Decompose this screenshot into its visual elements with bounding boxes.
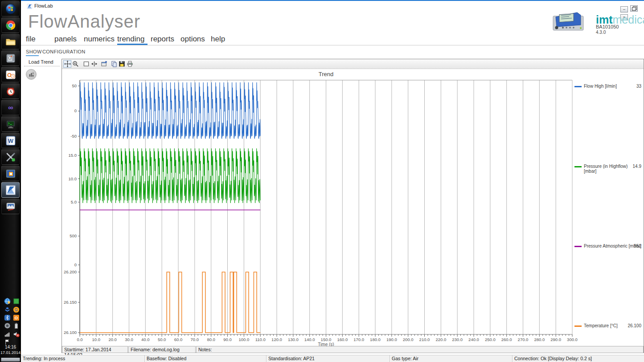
- legend-item-temperature[interactable]: Temperature [°C] 26.100: [574, 323, 641, 329]
- taskbar-item-explorer[interactable]: [1, 34, 20, 49]
- chart-properties-button[interactable]: [100, 60, 108, 68]
- menu-help[interactable]: help: [211, 35, 225, 44]
- app-version: 4.3.0: [596, 30, 606, 35]
- load-trend-button[interactable]: [26, 69, 37, 80]
- legend-value-flow-high: 33: [636, 84, 641, 89]
- tray-orange-app-icon[interactable]: O: [12, 314, 20, 321]
- svg-text:120.0: 120.0: [271, 337, 282, 342]
- svg-text:40.0: 40.0: [141, 337, 150, 342]
- svg-text:15.0: 15.0: [69, 153, 77, 158]
- taskbar-clock-date[interactable]: 17.01.2014: [0, 350, 21, 355]
- tab-configuration[interactable]: CONFIGURATION: [42, 49, 86, 54]
- save-chart-button[interactable]: [118, 60, 126, 68]
- menu-options[interactable]: options: [180, 35, 205, 44]
- menu-file[interactable]: file: [26, 35, 36, 44]
- legend-dash-pressure-atmospheric: [574, 246, 582, 247]
- tray-green-indicator-icon[interactable]: [12, 297, 20, 305]
- tray-muted-speaker-icon[interactable]: [12, 330, 20, 338]
- status-baseflow: Baseflow: Disabled: [145, 355, 267, 362]
- taskbar-item-flowlab[interactable]: [1, 182, 20, 198]
- copy-chart-button[interactable]: [110, 60, 118, 68]
- svg-text:26.200: 26.200: [64, 269, 77, 274]
- load-trend-label: Load Trend: [29, 59, 53, 65]
- svg-text:200.0: 200.0: [403, 337, 414, 342]
- tray-battery-icon[interactable]: [12, 322, 20, 329]
- svg-text:210.0: 210.0: [419, 337, 430, 342]
- folder-icon: [5, 37, 16, 47]
- restore-button[interactable]: [630, 5, 638, 12]
- menu-panels[interactable]: panels: [54, 35, 77, 44]
- safe-icon: [5, 53, 16, 64]
- tools-icon: [5, 152, 16, 163]
- starttime-field: Starttime: 17.Jan.2014 14:15:02: [62, 346, 128, 353]
- svg-text:70.0: 70.0: [191, 337, 199, 342]
- notes-field[interactable]: Notes:: [196, 346, 644, 353]
- taskbar-item-outlook[interactable]: O: [1, 67, 20, 82]
- menu-numerics[interactable]: numerics: [84, 35, 115, 44]
- tray-volume-icon[interactable]: [4, 322, 11, 329]
- taskbar-item-image-viewer[interactable]: [1, 199, 20, 214]
- tray-updater-icon[interactable]: [12, 306, 20, 313]
- legend-value-pressure-highflow: 14.9: [633, 164, 641, 169]
- tray-dropbox-icon[interactable]: [4, 306, 11, 313]
- show-desktop-button[interactable]: [1, 358, 20, 362]
- zoom-tool-button[interactable]: [71, 60, 79, 68]
- word-icon: W: [5, 135, 16, 146]
- flowlab-window: FlowLab – × FlowAnalyser imtmedical BA10…: [21, 0, 644, 362]
- start-button[interactable]: [1, 1, 20, 16]
- device-photo: [551, 8, 587, 31]
- trend-chart-canvas[interactable]: 0.010.020.030.040.050.060.070.080.090.01…: [62, 69, 644, 346]
- tray-network-globe-icon[interactable]: [4, 297, 11, 305]
- taskbar-item-visual-studio[interactable]: ∞: [1, 100, 20, 115]
- svg-text:5.0: 5.0: [71, 199, 77, 204]
- legend-item-flow-high[interactable]: Flow High [l/min] 33: [574, 84, 641, 89]
- taskbar-item-vmware[interactable]: [1, 166, 20, 181]
- chart-toolbar: [62, 59, 644, 69]
- tray-bluetooth-icon[interactable]: [4, 314, 11, 321]
- svg-text:0: 0: [74, 108, 77, 113]
- image-viewer-icon: [5, 201, 16, 212]
- svg-text:290.0: 290.0: [550, 337, 561, 342]
- svg-text:230.0: 230.0: [452, 337, 463, 342]
- taskbar-item-chrome[interactable]: [1, 17, 20, 33]
- zoom-box-tool-button[interactable]: [82, 60, 90, 68]
- menu-reports[interactable]: reports: [151, 35, 174, 44]
- legend-value-pressure-atmospheric: 952: [634, 244, 641, 248]
- taskbar-item-word[interactable]: W: [1, 133, 20, 148]
- taskbar-item-alarm[interactable]: [1, 83, 20, 99]
- svg-text:220.0: 220.0: [435, 337, 446, 342]
- menu-trending[interactable]: trending: [117, 35, 144, 44]
- data-cursor-tool-button[interactable]: [90, 60, 98, 68]
- filename-field: Filename: demoLog.log: [128, 346, 196, 353]
- pan-tool-button[interactable]: [63, 60, 71, 68]
- taskbar-item-tools[interactable]: [1, 149, 20, 165]
- svg-text:∞: ∞: [8, 104, 13, 111]
- status-trending: Trending: In process: [21, 355, 145, 362]
- legend-item-pressure-highflow[interactable]: Pressure (in Highflow) [mbar] 14.9: [574, 164, 641, 170]
- legend-label-pressure-atmospheric: Pressure Atmospheric [mbar]: [584, 244, 641, 248]
- tab-show[interactable]: SHOW: [26, 49, 42, 54]
- svg-text:260.0: 260.0: [501, 337, 512, 342]
- svg-text:300.0: 300.0: [567, 337, 578, 342]
- start-orb-icon: [5, 4, 16, 14]
- taskbar-item-safe[interactable]: [1, 50, 20, 66]
- legend-item-pressure-atmospheric[interactable]: Pressure Atmospheric [mbar] 952: [574, 244, 641, 249]
- svg-text:O: O: [7, 72, 11, 78]
- legend-label-temperature: Temperature [°C]: [584, 323, 618, 328]
- legend-label-flow-high: Flow High [l/min]: [584, 84, 617, 89]
- print-chart-button[interactable]: [126, 60, 134, 68]
- terminal-monitor-icon: [5, 119, 16, 130]
- svg-text:500: 500: [70, 233, 77, 238]
- taskbar: O ∞ W O 14:16 17.01.2014: [0, 0, 21, 362]
- status-gas-type: Gas type: Air: [390, 355, 513, 362]
- status-connection: Connection: Ok [Display Delay: 0.2 s]: [513, 355, 644, 362]
- tray-signal-bars-icon[interactable]: [4, 330, 11, 338]
- minimize-button[interactable]: –: [620, 6, 628, 12]
- chrome-icon: [5, 20, 16, 31]
- taskbar-clock-time[interactable]: 14:16: [0, 345, 21, 350]
- legend-dash-pressure-highflow: [574, 166, 582, 167]
- infinity-icon: ∞: [5, 102, 16, 113]
- svg-text:O: O: [14, 316, 17, 320]
- taskbar-item-terminal[interactable]: [1, 116, 20, 132]
- vmware-icon: [5, 168, 16, 179]
